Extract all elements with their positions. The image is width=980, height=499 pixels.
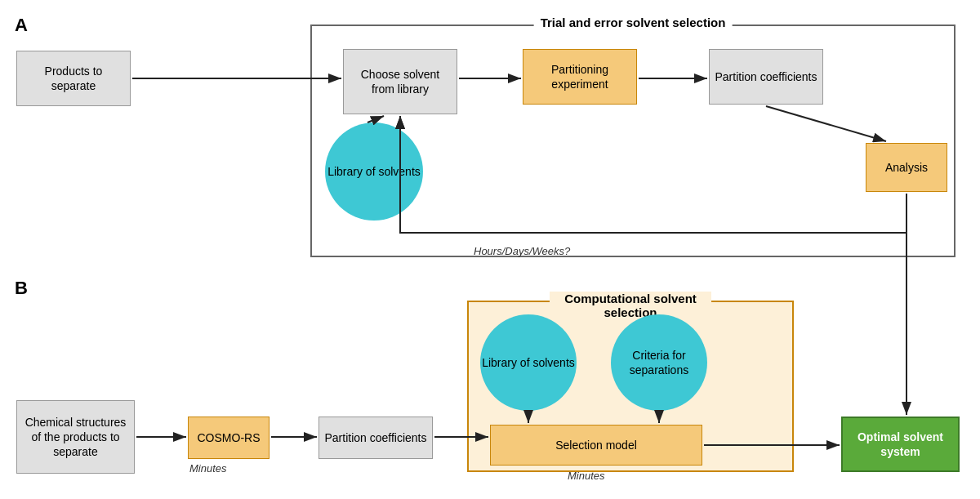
partitioning-experiment-box: Partitioning experiment — [523, 49, 637, 105]
section-b-label: B — [15, 278, 28, 299]
partition-coefficients-b-box: Partition coefficients — [318, 417, 433, 459]
library-solvents-circle-b: Library of solvents — [480, 314, 577, 411]
optimal-solvent-box: Optimal solvent system — [841, 417, 960, 472]
choose-solvent-box: Choose solvent from library — [343, 49, 457, 114]
section-a-label: A — [15, 15, 28, 36]
time-label-a: Hours/Days/Weeks? — [474, 245, 570, 257]
products-to-separate-box: Products to separate — [16, 51, 131, 106]
diagram: A B Trial and error solvent selection Pr… — [0, 0, 980, 499]
time-label-cosmo: Minutes — [189, 462, 227, 474]
chemical-structures-box: Chemical structures of the products to s… — [16, 400, 135, 474]
time-label-selection: Minutes — [568, 470, 605, 482]
cosmo-rs-box: COSMO-RS — [188, 417, 270, 459]
library-solvents-circle-a: Library of solvents — [325, 123, 423, 221]
analysis-box: Analysis — [866, 143, 947, 192]
criteria-separations-circle: Criteria for separations — [611, 314, 707, 411]
selection-model-box: Selection model — [490, 425, 702, 466]
computational-title: Computational solvent selection — [550, 292, 711, 319]
partition-coefficients-a-box: Partition coefficients — [709, 49, 823, 105]
trial-error-title: Trial and error solvent selection — [534, 16, 733, 29]
